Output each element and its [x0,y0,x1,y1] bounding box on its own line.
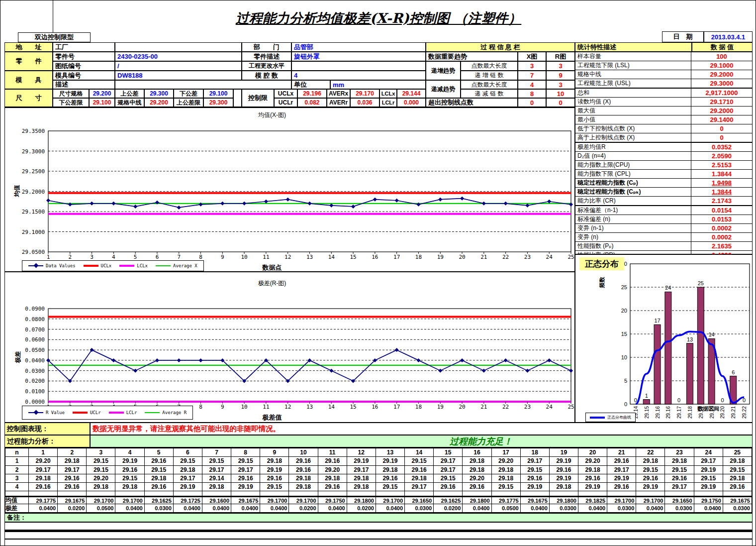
measurement-cell[interactable]: 29.18 [347,483,376,491]
measurement-cell[interactable]: 29.17 [231,466,260,474]
measurement-cell[interactable]: 29.16 [521,474,550,482]
measurement-cell[interactable]: 29.18 [174,466,202,474]
measurement-cell[interactable]: 29.15 [665,466,694,474]
measurement-cell[interactable]: 29.18 [492,474,521,482]
measurement-cell[interactable]: 29.16 [723,483,752,491]
measurement-cell[interactable]: 29.18 [723,457,752,465]
measurement-cell[interactable]: 29.16 [607,457,636,465]
measurement-cell[interactable]: 29.17 [434,466,463,474]
measurement-cell[interactable]: 29.19 [376,457,405,465]
measurement-cell[interactable]: 29.18 [289,474,318,482]
drawing-no-value[interactable]: / [115,61,242,71]
part-no-value[interactable]: 2430-0235-00 [115,52,242,61]
measurement-cell[interactable]: 29.17 [347,466,376,474]
measurement-cell[interactable]: 29.19 [347,457,376,465]
measurement-cell[interactable]: 29.18 [58,457,87,465]
measurement-cell[interactable]: 29.18 [347,474,376,482]
measurement-cell[interactable]: 29.17 [665,483,694,491]
measurement-cell[interactable]: 29.16 [318,457,347,465]
measurement-cell[interactable]: 29.19 [521,483,550,491]
measurement-cell[interactable]: 29.16 [665,474,694,482]
measurement-cell[interactable]: 29.16 [115,466,144,474]
measurement-cell[interactable]: 29.19 [260,466,289,474]
measurement-cell[interactable]: 29.16 [145,457,174,465]
measurement-cell[interactable]: 29.19 [550,457,578,465]
measurement-cell[interactable]: 29.16 [58,474,87,482]
measurement-cell[interactable]: 29.16 [231,474,260,482]
measurement-cell[interactable]: 29.18 [115,483,144,491]
measurement-cell[interactable]: 29.14 [202,474,231,482]
measurement-cell[interactable]: 29.15 [87,457,115,465]
dept-value[interactable]: 品管部 [291,42,426,52]
dim-spec-value[interactable]: 29.200 [89,89,115,98]
measurement-cell[interactable]: 29.15 [405,457,434,465]
measurement-cell[interactable]: 29.19 [115,457,144,465]
measurement-cell[interactable]: 29.18 [145,474,174,482]
measurement-cell[interactable]: 29.15 [115,474,144,482]
measurement-cell[interactable]: 29.15 [145,466,174,474]
measurement-cell[interactable]: 29.15 [521,466,550,474]
measurement-cell[interactable]: 29.16 [29,483,58,491]
measurement-cell[interactable]: 29.18 [318,474,347,482]
measurement-cell[interactable]: 29.16 [58,483,87,491]
measurement-cell[interactable]: 29.17 [607,466,636,474]
measurement-cell[interactable]: 29.15 [174,457,202,465]
measurement-cell[interactable]: 29.16 [318,483,347,491]
part-desc-value[interactable]: 旋钮外罩 [291,52,426,61]
measurement-cell[interactable]: 29.18 [260,457,289,465]
measurement-cell[interactable]: 29.19 [550,474,578,482]
measurement-cell[interactable]: 29.18 [87,483,115,491]
measurement-cell[interactable]: 29.16 [145,483,174,491]
measurement-cell[interactable]: 29.20 [492,457,521,465]
factory-value[interactable] [115,42,242,52]
measurement-cell[interactable]: 29.20 [87,474,115,482]
cavity-value[interactable]: 4 [291,71,426,80]
measurement-cell[interactable]: 29.17 [29,466,58,474]
measurement-cell[interactable]: 29.18 [202,483,231,491]
measurement-cell[interactable]: 29.16 [376,474,405,482]
measurement-cell[interactable]: 29.16 [550,466,578,474]
eng-change-value[interactable] [291,61,426,71]
measurement-cell[interactable]: 29.15 [231,457,260,465]
notes-row-2[interactable] [4,532,753,539]
measurement-cell[interactable]: 29.17 [58,466,87,474]
measurement-cell[interactable]: 29.18 [723,474,752,482]
measurement-cell[interactable]: 29.19 [231,483,260,491]
measurement-cell[interactable]: 29.17 [174,474,202,482]
measurement-cell[interactable]: 29.19 [694,466,723,474]
measurement-cell[interactable]: 29.16 [607,483,636,491]
measurement-cell[interactable]: 29.18 [665,457,694,465]
measurement-cell[interactable]: 29.16 [289,466,318,474]
measurement-cell[interactable]: 29.16 [463,483,491,491]
measurement-cell[interactable]: 29.16 [636,474,665,482]
measurement-cell[interactable]: 29.16 [578,474,607,482]
measurement-cell[interactable]: 29.17 [405,483,434,491]
measurement-cell[interactable]: 29.18 [492,466,521,474]
notes-row-1[interactable] [4,522,753,530]
measurement-cell[interactable]: 29.15 [492,483,521,491]
measurement-cell[interactable]: 29.19 [694,483,723,491]
measurement-cell[interactable]: 29.16 [260,474,289,482]
measurement-cell[interactable]: 29.16 [434,483,463,491]
measurement-cell[interactable]: 29.15 [87,466,115,474]
measurement-cell[interactable]: 29.15 [434,474,463,482]
measurement-cell[interactable]: 29.18 [463,457,491,465]
measurement-cell[interactable]: 29.15 [376,483,405,491]
measurement-cell[interactable]: 29.16 [289,457,318,465]
measurement-cell[interactable]: 29.15 [723,466,752,474]
measurement-cell[interactable]: 29.18 [463,466,491,474]
measurement-cell[interactable]: 29.18 [550,483,578,491]
measurement-cell[interactable]: 29.19 [607,474,636,482]
measurement-cell[interactable]: 29.19 [174,483,202,491]
measurement-cell[interactable]: 29.20 [578,457,607,465]
measurement-cell[interactable]: 29.18 [636,457,665,465]
measurement-cell[interactable]: 29.18 [29,474,58,482]
measurement-cell[interactable]: 29.19 [578,483,607,491]
measurement-cell[interactable]: 29.20 [318,466,347,474]
measurement-cell[interactable]: 29.17 [521,457,550,465]
unit-value[interactable]: mm [330,80,426,89]
measurement-cell[interactable]: 29.18 [376,466,405,474]
mold-desc-value[interactable] [115,80,291,89]
measurement-cell[interactable]: 29.17 [202,466,231,474]
measurement-cell[interactable]: 29.17 [694,457,723,465]
